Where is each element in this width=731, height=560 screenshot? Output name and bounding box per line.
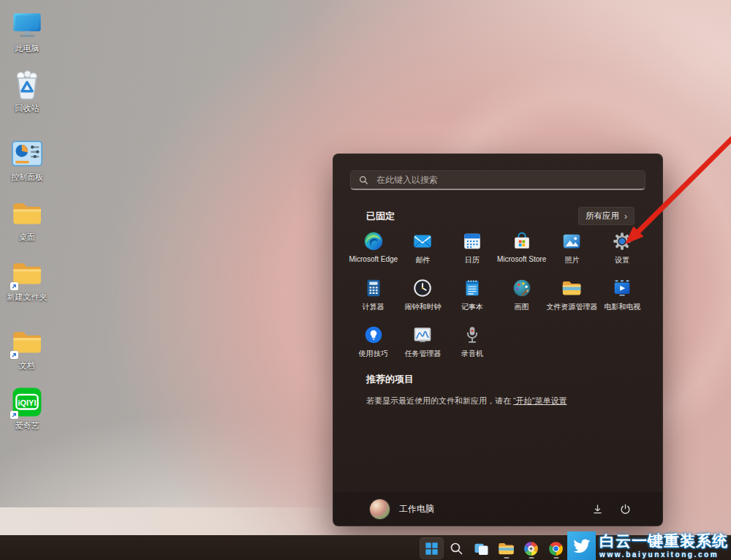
desktop-item-folder-5[interactable]: 文档 [1, 325, 53, 371]
calculator-icon [363, 277, 385, 299]
recommended-section: 推荐的项目 若要显示最近使用的文件和新应用，请在 “开始”菜单设置 [366, 373, 635, 406]
pinned-app-calendar[interactable]: 日历 [447, 225, 497, 272]
running-indicator [529, 557, 534, 559]
recycle-bin-icon [10, 67, 45, 102]
desktop-icon-label: 桌面 [19, 232, 35, 242]
mail-icon [412, 230, 433, 252]
pinned-app-label: 邮件 [415, 255, 430, 265]
task-view-icon [472, 540, 491, 558]
voice-recorder-icon [461, 324, 483, 346]
desktop-icons: 此电脑 回收站 控制面板 桌面 新建文件夹 文档 iQIYI 爱奇艺 [0, 0, 56, 475]
pinned-app-edge[interactable]: Microsoft Edge [349, 225, 398, 272]
chevron-right-icon: › [624, 213, 627, 220]
calendar-icon [461, 230, 483, 252]
power-icon [619, 503, 632, 515]
tips-icon [363, 324, 385, 346]
pinned-app-mail[interactable]: 邮件 [398, 225, 448, 272]
recommended-hint-text: 若要显示最近使用的文件和新应用，请在 [366, 396, 513, 405]
start-menu-settings-link[interactable]: “开始”菜单设置 [513, 396, 567, 405]
shortcut-arrow-icon [10, 411, 18, 419]
start-menu-user-bar: 工作电脑 [333, 492, 662, 526]
taskbar-task-view-button[interactable] [469, 537, 493, 559]
taskbar-icons [420, 537, 568, 560]
paint-icon [511, 277, 533, 299]
pinned-app-tips[interactable]: 使用技巧 [349, 319, 398, 366]
windows-11-desktop: 此电脑 回收站 控制面板 桌面 新建文件夹 文档 iQIYI 爱奇艺 已固定 所… [0, 0, 731, 560]
recommended-hint: 若要显示最近使用的文件和新应用，请在 “开始”菜单设置 [366, 396, 635, 406]
task-manager-icon [412, 324, 433, 346]
desktop-icon-label: 文档 [19, 361, 35, 371]
pinned-app-store[interactable]: Microsoft Store [497, 225, 547, 272]
download-updates-button[interactable] [588, 499, 607, 518]
pinned-app-file-explorer[interactable]: 文件资源管理器 [546, 272, 597, 319]
watermark-title: 白云一键重装系统 [599, 531, 728, 550]
bird-logo-icon [567, 531, 596, 560]
user-name[interactable]: 工作电脑 [399, 503, 434, 515]
pinned-app-task-manager[interactable]: 任务管理器 [398, 319, 448, 366]
pinned-app-paint[interactable]: 画图 [497, 272, 547, 319]
taskbar-color-wheel-browser-button[interactable] [519, 537, 543, 559]
edge-icon [363, 230, 385, 252]
watermark-text: 白云一键重装系统 www.baiyunxitong.com [599, 531, 731, 559]
pinned-app-label: 设置 [615, 255, 629, 265]
shortcut-arrow-icon [10, 282, 18, 290]
user-avatar[interactable] [370, 499, 390, 519]
store-icon [511, 230, 533, 252]
control-panel-icon [10, 136, 45, 171]
pinned-app-notepad[interactable]: 记事本 [447, 272, 497, 319]
desktop-item-folder-3[interactable]: 桌面 [1, 196, 53, 242]
movies-tv-icon [611, 277, 633, 299]
pinned-app-calculator[interactable]: 计算器 [349, 272, 398, 319]
notepad-icon [461, 277, 483, 299]
pinned-app-clock[interactable]: 闹钟和时钟 [398, 272, 448, 319]
svg-text:iQIYI: iQIYI [18, 398, 37, 407]
pinned-app-label: Microsoft Store [497, 255, 546, 263]
pinned-app-settings[interactable]: 设置 [597, 225, 647, 272]
taskbar-search-button[interactable] [444, 537, 469, 559]
download-icon [591, 503, 604, 515]
running-indicator [553, 557, 558, 559]
watermark-url: www.baiyunxitong.com [599, 550, 728, 559]
pinned-app-label: 记事本 [461, 302, 483, 312]
folder-icon [10, 256, 45, 291]
pinned-title: 已固定 [366, 210, 395, 223]
pinned-app-grid: Microsoft Edge 邮件 日历 Microsoft Store 照片 … [349, 225, 647, 366]
watermark: 白云一键重装系统 www.baiyunxitong.com [567, 531, 731, 560]
desktop-item-control-panel-2[interactable]: 控制面板 [1, 136, 53, 182]
desktop-item-recycle-bin-1[interactable]: 回收站 [1, 67, 53, 113]
color-wheel-icon [522, 540, 540, 558]
file-explorer-icon [561, 277, 583, 299]
file-explorer-icon [497, 540, 515, 558]
desktop-icon-label: 爱奇艺 [15, 421, 39, 431]
desktop-item-folder-4[interactable]: 新建文件夹 [1, 256, 53, 302]
chrome-icon [547, 540, 565, 558]
clock-icon [412, 277, 433, 299]
start-search-box[interactable] [350, 170, 645, 190]
folder-icon [10, 325, 45, 360]
pinned-app-movies-tv[interactable]: 电影和电视 [597, 272, 647, 319]
photos-icon [561, 230, 583, 252]
taskbar-start-button[interactable] [420, 537, 444, 559]
pinned-app-label: 任务管理器 [404, 349, 441, 359]
all-apps-label: 所有应用 [586, 211, 619, 222]
pinned-app-label: 电影和电视 [604, 302, 640, 312]
search-input[interactable] [375, 174, 637, 186]
power-button[interactable] [616, 499, 635, 518]
bloom-highlight [0, 507, 344, 535]
pinned-app-label: 文件资源管理器 [546, 302, 597, 312]
pinned-app-label: 使用技巧 [359, 349, 388, 359]
taskbar-file-explorer-button[interactable] [494, 537, 518, 559]
pinned-app-photos[interactable]: 照片 [546, 225, 597, 272]
desktop-item-iqiyi-6[interactable]: iQIYI 爱奇艺 [1, 385, 53, 431]
pinned-app-voice-recorder[interactable]: 录音机 [447, 319, 497, 366]
search-icon [359, 175, 368, 185]
taskbar-chrome-button[interactable] [544, 537, 568, 559]
settings-icon [611, 230, 633, 252]
start-menu: 已固定 所有应用 › Microsoft Edge 邮件 日历 Microsof… [333, 154, 663, 526]
iqiyi-icon: iQIYI [10, 385, 45, 420]
recommended-title: 推荐的项目 [366, 373, 635, 386]
pinned-app-label: 日历 [465, 255, 480, 265]
taskbar-search-icon [447, 540, 466, 558]
all-apps-button[interactable]: 所有应用 › [578, 207, 635, 225]
desktop-item-this-pc-0[interactable]: 此电脑 [1, 7, 53, 53]
